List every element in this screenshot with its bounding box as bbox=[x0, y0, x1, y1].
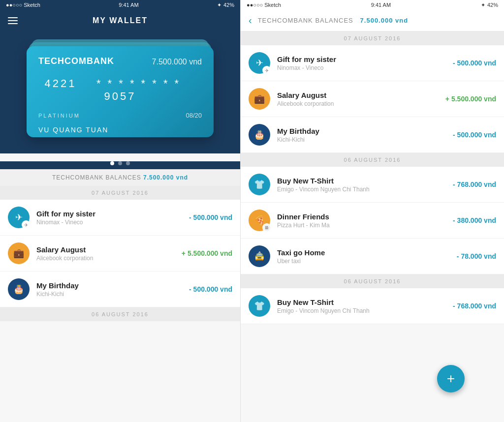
transaction-item[interactable]: 👕 Buy New T-Shirt Emigo - Vincom Nguyen … bbox=[241, 167, 504, 203]
transaction-amount: + 5.500.000 vnd bbox=[445, 95, 496, 103]
transaction-subtitle: Alicebook corporation bbox=[36, 255, 182, 262]
transaction-info: Salary August Alicebook corporation bbox=[36, 245, 182, 262]
right-status-bar: ●●○○○ Sketch 9:41 AM ✦ 42% bbox=[241, 0, 504, 10]
transaction-subtitle: Kichi-Kichi bbox=[277, 136, 453, 143]
menu-button[interactable] bbox=[8, 17, 18, 24]
right-bluetooth-icon: ✦ bbox=[481, 2, 485, 8]
transaction-item[interactable]: 💼 Salary August Alicebook corporation + … bbox=[241, 81, 504, 117]
right-battery-text: 42% bbox=[487, 2, 498, 8]
right-carrier: ●●○○○ Sketch bbox=[247, 2, 281, 8]
transaction-avatar: 🎂 bbox=[249, 124, 270, 146]
transaction-avatar: 👕 bbox=[249, 174, 270, 195]
card-number-start: 4221 bbox=[44, 77, 76, 90]
transaction-item[interactable]: 🚖 Taxi go Home Uber taxi - 78.000 vnd bbox=[241, 239, 504, 274]
transaction-info: Buy New T-Shirt Emigo - Vincom Nguyen Ch… bbox=[277, 177, 453, 193]
transaction-subtitle: Alicebook corporation bbox=[277, 100, 445, 107]
transaction-item[interactable]: 🍕 🗎 Dinner Friends Pizza Hurt - Kim Ma -… bbox=[241, 203, 504, 239]
avatar-icon: 💼 bbox=[254, 93, 265, 104]
transaction-item[interactable]: ✈ ✈ Gift for my sister Ninomax - Vineco … bbox=[241, 45, 504, 81]
card-holder-name: VU QUANG TUAN bbox=[38, 126, 202, 134]
left-transaction-list[interactable]: 07 AUGUST 2016 ✈ ✈ Gift for my sister Ni… bbox=[0, 186, 240, 422]
transaction-info: Salary August Alicebook corporation bbox=[277, 91, 445, 107]
transaction-subtitle: Uber taxi bbox=[277, 258, 457, 265]
date-header-aug6-right-2: 06 AUGUST 2016 bbox=[241, 274, 504, 288]
back-button[interactable]: ‹ bbox=[249, 15, 252, 26]
transaction-name: Salary August bbox=[277, 91, 445, 99]
right-status-icons: ✦ 42% bbox=[481, 2, 498, 8]
transaction-info: Dinner Friends Pizza Hurt - Kim Ma bbox=[277, 212, 453, 229]
transaction-amount: - 500.000 vnd bbox=[189, 285, 232, 293]
right-time: 9:41 AM bbox=[371, 2, 391, 8]
transaction-avatar: 💼 bbox=[249, 88, 270, 110]
balance-amount: 7.500.000 vnd bbox=[143, 174, 188, 181]
date-header-aug6-left: 06 AUGUST 2016 bbox=[0, 307, 240, 321]
add-transaction-fab[interactable]: + bbox=[437, 365, 465, 392]
avatar-icon: 🎂 bbox=[13, 284, 24, 295]
transaction-item[interactable]: 🎂 My Birthday Kichi-Kichi - 500.000 vnd bbox=[241, 117, 504, 153]
dot-2[interactable] bbox=[118, 161, 122, 165]
transaction-item[interactable]: 💼 Salary August Alicebook corporation + … bbox=[0, 236, 240, 271]
transaction-avatar: ✈ ✈ bbox=[8, 207, 30, 228]
transaction-subtitle: Kichi-Kichi bbox=[36, 291, 189, 298]
transaction-name: Gift for my sister bbox=[36, 210, 189, 218]
card-bank-name: TECHCOMBANK bbox=[38, 56, 114, 66]
avatar-badge: ✈ bbox=[22, 220, 31, 229]
transaction-amount: - 500.000 vnd bbox=[453, 59, 496, 67]
left-status-icons: ✦ 42% bbox=[217, 2, 234, 8]
date-header-aug6-right: 06 AUGUST 2016 bbox=[241, 153, 504, 167]
transaction-amount: - 78.000 vnd bbox=[457, 252, 496, 260]
card-stack: TECHCOMBANK 7.500.000 vnd 4221 * * * * *… bbox=[27, 39, 214, 138]
date-header-aug7-right: 07 AUGUST 2016 bbox=[241, 31, 504, 45]
transaction-name: My Birthday bbox=[36, 281, 189, 290]
balance-bar: TECHCOMBANK BALANCES 7.500.000 vnd bbox=[0, 169, 240, 186]
dot-3[interactable] bbox=[126, 161, 130, 165]
transaction-amount: + 5.500.000 vnd bbox=[182, 249, 232, 257]
dot-1[interactable] bbox=[110, 161, 114, 165]
transaction-subtitle: Emigo - Vincom Nguyen Chi Thanh bbox=[277, 307, 453, 314]
card-number-middle: * * * * * * * * bbox=[96, 77, 181, 90]
transaction-subtitle: Pizza Hurt - Kim Ma bbox=[277, 222, 453, 229]
avatar-icon: 👕 bbox=[254, 179, 265, 190]
left-page-title: MY WALLET bbox=[93, 16, 148, 25]
transaction-name: Salary August bbox=[36, 245, 182, 254]
avatar-badge: ✈ bbox=[262, 66, 271, 75]
left-panel: ●●○○○ Sketch 9:41 AM ✦ 42% MY WALLET TEC… bbox=[0, 0, 241, 422]
avatar-icon: ✈ bbox=[15, 212, 23, 223]
transaction-amount: - 500.000 vnd bbox=[453, 131, 496, 139]
transaction-avatar: 🎂 bbox=[8, 278, 30, 300]
transaction-avatar: 🍕 🗎 bbox=[249, 210, 270, 231]
transaction-avatar: 🚖 bbox=[249, 245, 270, 267]
transaction-item[interactable]: ✈ ✈ Gift for my sister Ninomax - Vineco … bbox=[0, 200, 240, 236]
transaction-item[interactable]: 👕 Buy New T-Shirt Emigo - Vincom Nguyen … bbox=[241, 288, 504, 324]
avatar-badge: 🗎 bbox=[262, 223, 271, 232]
transaction-name: My Birthday bbox=[277, 127, 453, 135]
transaction-amount: - 500.000 vnd bbox=[189, 213, 232, 221]
card-type: PLATINIUM bbox=[38, 113, 80, 119]
credit-card[interactable]: TECHCOMBANK 7.500.000 vnd 4221 * * * * *… bbox=[27, 46, 214, 137]
left-status-bar: ●●○○○ Sketch 9:41 AM ✦ 42% bbox=[0, 0, 240, 10]
transaction-subtitle: Ninomax - Vineco bbox=[277, 64, 453, 71]
transaction-info: My Birthday Kichi-Kichi bbox=[36, 281, 189, 298]
right-header: ‹ TECHCOMBANK BALANCES 7.500.000 vnd bbox=[241, 10, 504, 31]
transaction-avatar: 👕 bbox=[249, 295, 270, 317]
transaction-info: My Birthday Kichi-Kichi bbox=[277, 127, 453, 143]
transaction-name: Dinner Friends bbox=[277, 212, 453, 221]
avatar-icon: 👕 bbox=[254, 301, 265, 311]
transaction-item[interactable]: 🎂 My Birthday Kichi-Kichi - 500.000 vnd bbox=[0, 271, 240, 307]
left-carrier: ●●○○○ Sketch bbox=[6, 2, 40, 8]
avatar-icon: 🎂 bbox=[254, 129, 265, 140]
balance-label: TECHCOMBANK BALANCES bbox=[52, 174, 141, 181]
card-pagination-dots bbox=[0, 161, 240, 169]
fab-container: + bbox=[437, 365, 465, 392]
transaction-name: Buy New T-Shirt bbox=[277, 298, 453, 306]
right-panel: ●●○○○ Sketch 9:41 AM ✦ 42% ‹ TECHCOMBANK… bbox=[241, 0, 504, 422]
card-balance: 7.500.000 vnd bbox=[152, 58, 202, 66]
transaction-subtitle: Emigo - Vincom Nguyen Chi Thanh bbox=[277, 186, 453, 193]
card-number: 4221 * * * * * * * * 9057 bbox=[38, 77, 202, 103]
left-header: MY WALLET bbox=[0, 10, 240, 31]
left-time: 9:41 AM bbox=[119, 2, 138, 8]
transaction-name: Gift for my sister bbox=[277, 55, 453, 63]
avatar-icon: 🚖 bbox=[254, 251, 265, 262]
right-header-balance: 7.500.000 vnd bbox=[360, 17, 409, 24]
right-transaction-list[interactable]: 07 AUGUST 2016 ✈ ✈ Gift for my sister Ni… bbox=[241, 31, 504, 422]
